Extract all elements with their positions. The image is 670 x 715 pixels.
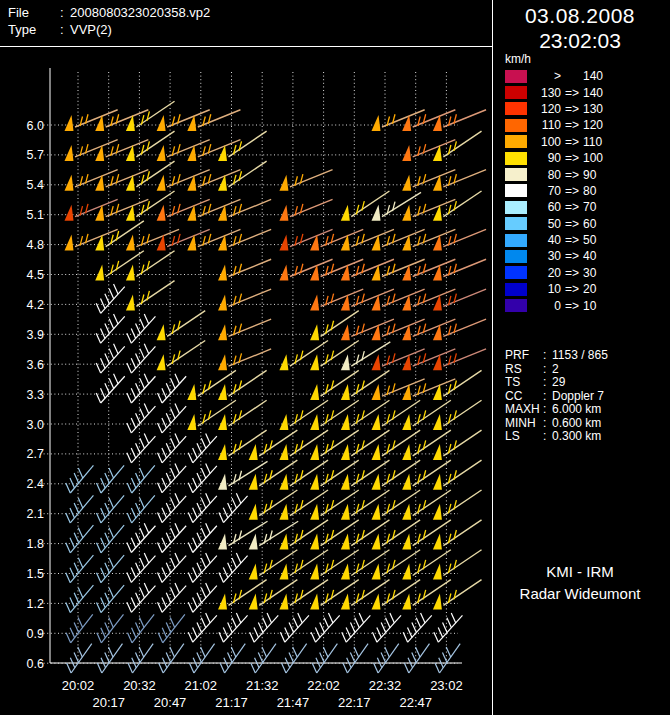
wind-profile-plot: 6.05.75.45.14.84.54.23.93.63.33.02.72.42… xyxy=(0,0,670,715)
barb-tick xyxy=(197,473,202,483)
barb-tick xyxy=(131,388,136,398)
barb-tick xyxy=(96,543,101,553)
barb-tick xyxy=(144,583,149,593)
barb-staff xyxy=(131,586,155,613)
barb-pennant xyxy=(249,504,258,520)
barb-pennant xyxy=(65,145,74,161)
barb-tick xyxy=(144,523,149,533)
barb-staff xyxy=(162,556,186,583)
barb-tick xyxy=(201,498,206,508)
x-tick-label: 21:17 xyxy=(215,695,248,710)
barb-tick xyxy=(158,602,163,612)
barb-tick xyxy=(381,652,386,662)
barb-pennant xyxy=(341,384,350,400)
barb-tick xyxy=(232,558,237,568)
barb-tick xyxy=(377,627,382,637)
barb-tick xyxy=(267,613,272,623)
barb-staff xyxy=(378,644,399,673)
barb-tick xyxy=(136,623,141,633)
barb-tick xyxy=(70,598,75,608)
barb-tick xyxy=(96,513,101,523)
barb-tick xyxy=(78,617,83,627)
barb-staff xyxy=(316,615,340,642)
barb-staff xyxy=(70,585,93,613)
barb-tick xyxy=(127,483,132,493)
y-tick-label: 4.8 xyxy=(27,238,44,252)
barb-tick xyxy=(201,528,206,538)
barb-staff xyxy=(70,465,93,493)
barb-tick xyxy=(144,433,149,443)
barb-tick xyxy=(74,473,79,483)
barb-tick xyxy=(131,358,136,368)
barb-staff xyxy=(193,436,217,463)
barb-tick xyxy=(193,538,198,548)
x-tick-label: 22:47 xyxy=(399,695,432,710)
barb-tick xyxy=(158,393,163,403)
barb-pennant xyxy=(341,444,350,460)
barb-tick xyxy=(170,617,175,627)
barb-tick xyxy=(193,448,198,458)
barb-tick xyxy=(131,448,136,458)
barb-tick xyxy=(324,618,329,628)
barb-staff xyxy=(254,615,278,642)
barb-tick xyxy=(359,613,364,623)
barb-tick xyxy=(443,623,448,633)
barb-tick xyxy=(101,328,106,338)
barb-pennant xyxy=(341,504,350,520)
barb-tick xyxy=(109,588,114,598)
barb-pennant xyxy=(218,265,227,281)
barb-tick xyxy=(74,563,79,573)
barb-tick xyxy=(109,349,114,359)
barb-tick xyxy=(189,663,194,673)
barb-staff xyxy=(162,436,186,463)
barb-staff xyxy=(194,644,215,673)
barb-staff xyxy=(223,615,247,642)
barb-tick xyxy=(280,632,285,642)
barb-tick xyxy=(140,558,145,568)
barb-pennant xyxy=(372,115,381,131)
barb-tick xyxy=(128,663,133,673)
barb-tick xyxy=(162,538,167,548)
barb-staff xyxy=(162,466,186,493)
barb-tick xyxy=(320,623,325,633)
barb-tick xyxy=(158,633,163,643)
barb-tick xyxy=(166,563,171,573)
barb-tick xyxy=(101,478,106,488)
barb-pennant xyxy=(279,235,288,251)
barb-staff xyxy=(193,496,217,523)
barb-pennant xyxy=(187,384,196,400)
barb-staff xyxy=(101,465,124,493)
barb-tick xyxy=(128,633,133,643)
barb-tick xyxy=(78,588,83,598)
barb-staff xyxy=(131,556,155,583)
barb-tick xyxy=(193,597,198,607)
barb-tick xyxy=(374,663,379,673)
barb-tick xyxy=(67,663,72,673)
barb-tick xyxy=(136,383,141,393)
barb-tick xyxy=(166,473,171,483)
barb-tick xyxy=(131,508,136,518)
barb-staff xyxy=(346,615,370,642)
x-tick-label: 20:02 xyxy=(62,678,95,693)
barb-tick xyxy=(289,623,294,633)
barb-tick xyxy=(171,588,176,598)
barb-tick xyxy=(140,617,145,627)
barb-tick xyxy=(193,478,198,488)
barb-tick xyxy=(315,627,320,637)
barb-tick xyxy=(140,438,145,448)
barb-tick xyxy=(140,379,145,389)
barb-tick xyxy=(451,613,456,623)
barb-tick xyxy=(78,558,83,568)
barb-tick xyxy=(114,284,119,294)
barb-pennant xyxy=(126,294,135,310)
barb-tick xyxy=(175,374,180,384)
barb-tick xyxy=(263,618,268,628)
barb-staff xyxy=(131,376,155,403)
barb-tick xyxy=(101,598,106,608)
barb-tick xyxy=(109,528,114,538)
barb-tick xyxy=(219,513,224,523)
barb-staff xyxy=(408,615,432,642)
barb-tick xyxy=(136,533,141,543)
barb-tick xyxy=(298,613,303,623)
barb-staff xyxy=(101,316,125,343)
